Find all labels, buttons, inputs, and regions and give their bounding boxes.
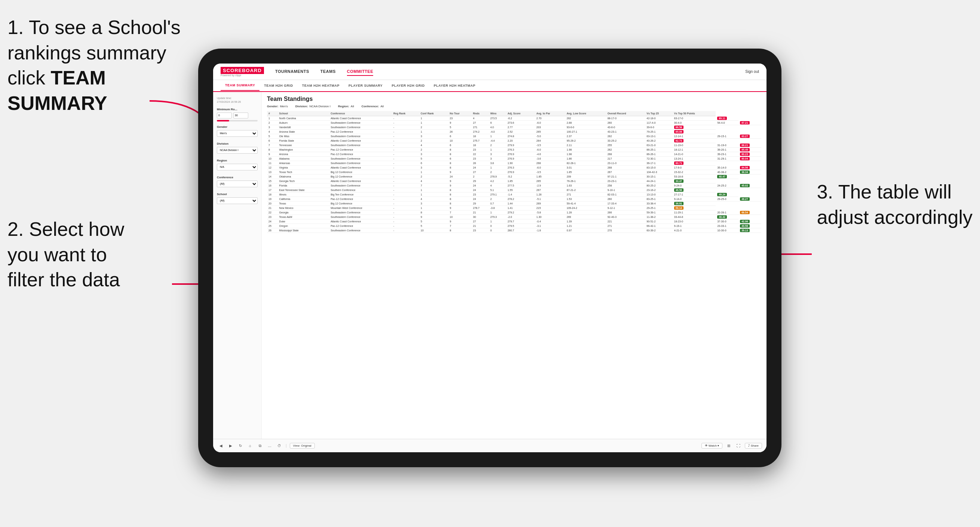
score-badge: 82.73	[674, 139, 684, 143]
table-cell: 5	[419, 157, 448, 161]
table-cell: 1	[419, 170, 448, 175]
sub-nav-player-h2h-heatmap[interactable]: PLAYER H2H HEATMAP	[429, 81, 480, 90]
table-cell: 48.27	[738, 197, 761, 202]
table-cell: 8	[419, 210, 448, 215]
table-cell: 22	[471, 152, 489, 157]
layout-icon[interactable]: ⊞	[725, 443, 732, 449]
table-cell: 269	[565, 215, 606, 219]
view-original-button[interactable]: View: Original	[290, 443, 315, 449]
sidebar-slider-fill	[217, 120, 229, 121]
table-cell: 83-25-1	[645, 197, 672, 202]
table-cell: Arizona State	[278, 130, 329, 134]
sidebar-school-select[interactable]: (All)	[217, 197, 258, 204]
table-cell: 3	[419, 165, 448, 170]
table-cell: 26	[267, 229, 278, 233]
table-cell: 279.7	[506, 219, 535, 224]
table-cell: 14	[267, 175, 278, 179]
score-badge: 45.02	[740, 184, 750, 187]
table-cell: 117-4-0	[645, 121, 672, 125]
table-cell: 276.9	[506, 152, 535, 157]
table-row: 17East Tennessee StateSouthern Conferenc…	[267, 188, 761, 192]
instruction-step1: 1. To see a School's rankings summary cl…	[8, 15, 194, 116]
table-cell: 76-26-1	[565, 179, 606, 184]
col-rank: #	[267, 111, 278, 116]
table-cell: 1	[419, 116, 448, 121]
table-cell: 2	[419, 175, 448, 179]
back-icon[interactable]: ◀	[218, 443, 224, 449]
table-cell: 1	[419, 192, 448, 197]
copy-icon[interactable]: ⧉	[256, 443, 263, 449]
sidebar-region-select[interactable]: N/A All	[217, 164, 258, 170]
nav-item-tournaments[interactable]: TOURNAMENTS	[275, 68, 309, 76]
table-row: 14OklahomaBig 12 Conference-2242278.9-5.…	[267, 175, 761, 179]
table-cell: 24	[471, 188, 489, 192]
sidebar-gender-select[interactable]: Men's Women's	[217, 130, 258, 137]
logo-area: SCOREBOARD Powered by clippi	[221, 67, 264, 77]
forward-icon[interactable]: ▶	[228, 443, 234, 449]
sub-nav-player-summary[interactable]: PLAYER SUMMARY	[344, 81, 387, 90]
table-cell: 10	[448, 215, 471, 219]
table-cell: 59-41-4	[565, 202, 606, 206]
table-cell: 2	[419, 139, 448, 143]
table-cell: 1.30	[535, 215, 565, 219]
sidebar-min-rank-to[interactable]	[233, 113, 248, 119]
sub-nav-team-h2h-grid[interactable]: TEAM H2H GRID	[259, 81, 298, 90]
nav-item-teams[interactable]: TEAMS	[320, 68, 336, 76]
table-cell: 2	[419, 148, 448, 152]
table-cell: 80.71	[673, 161, 716, 165]
sidebar-slider[interactable]	[217, 120, 258, 121]
score-badge: 30.47	[674, 179, 684, 183]
nav-item-committee[interactable]: COMMITTEE	[347, 68, 374, 76]
share-button[interactable]: ⤴ Share	[745, 443, 762, 449]
table-cell: Illinois	[278, 192, 329, 197]
table-cell: Pac-12 Conference	[329, 224, 392, 229]
table-cell: 104-42-3	[645, 170, 672, 175]
table-cell: -4.4	[489, 139, 506, 143]
table-cell: 88-17-0	[606, 116, 645, 121]
watch-button[interactable]: 👁 Watch ▾	[702, 443, 723, 449]
sub-nav-team-summary[interactable]: TEAM SUMMARY	[221, 80, 259, 91]
table-cell: 27	[471, 170, 489, 175]
table-cell: 80.04	[738, 157, 761, 161]
sidebar-min-rank-from[interactable]	[217, 113, 232, 119]
score-badge: 87.21	[740, 121, 750, 124]
table-cell: 9	[448, 121, 471, 125]
table-cell: Georgia Tech	[278, 179, 329, 184]
fullscreen-icon[interactable]: ⛶	[735, 443, 742, 449]
table-cell: 9-19-1	[673, 224, 716, 229]
refresh-icon[interactable]: ↻	[237, 443, 244, 449]
table-cell: 9	[448, 179, 471, 184]
table-cell: -	[392, 175, 419, 179]
score-badge: 83.27	[740, 135, 750, 138]
table-cell: 40.58	[738, 224, 761, 229]
table-cell: 85.08	[673, 130, 716, 134]
table-cell: Atlantic Coast Conference	[329, 165, 392, 170]
table-cell: -2.9	[535, 184, 565, 188]
table-cell: 10	[267, 157, 278, 161]
table-cell: -	[392, 116, 419, 121]
table-cell: 83-15-0	[645, 165, 672, 170]
sidebar-division-select[interactable]: NCAA Division I NCAA Division II NCAA Di…	[217, 147, 258, 154]
sub-nav-team-h2h-heatmap[interactable]: TEAM H2H HEATMAP	[298, 81, 344, 90]
table-cell: 6	[267, 139, 278, 143]
home-icon[interactable]: ⌂	[247, 443, 253, 449]
table-cell: Florida State	[278, 139, 329, 143]
instruction-step2: 2. Select how you want to filter the dat…	[8, 217, 124, 293]
score-badge: 80.04	[740, 157, 750, 160]
table-cell: 4.2	[489, 179, 506, 184]
table-cell: 209	[565, 175, 606, 179]
table-cell: Southeastern Conference	[329, 229, 392, 233]
more-icon[interactable]: …	[266, 443, 273, 449]
clock-icon[interactable]: ⏱	[276, 443, 283, 449]
table-cell: 9-24-0	[673, 184, 716, 188]
sign-out-link[interactable]: Sign out	[745, 70, 759, 74]
sub-nav-player-h2h-grid[interactable]: PLAYER H2H GRID	[387, 81, 429, 90]
sidebar-gender-label: Gender	[217, 125, 258, 129]
table-cell: 1.98	[565, 152, 606, 157]
sidebar-conference-select[interactable]: (All) Atlantic Coast Conference Southeas…	[217, 181, 258, 187]
table-cell: Texas Tech	[278, 170, 329, 175]
table-cell: 5	[267, 134, 278, 139]
sidebar-region-label: Region	[217, 159, 258, 162]
filter-region: Region: All	[338, 105, 354, 108]
table-cell: 1	[419, 188, 448, 192]
